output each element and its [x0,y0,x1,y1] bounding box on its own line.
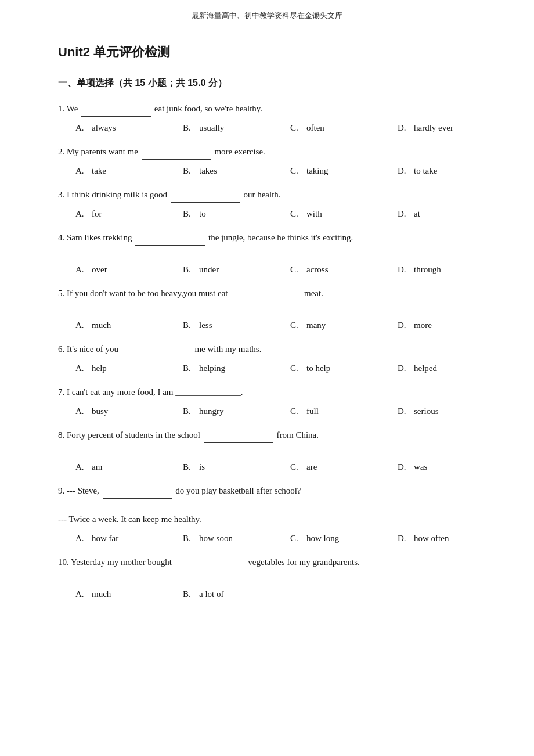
option-6-a: A.help [75,361,183,376]
top-bar-text: 最新海量高中、初中教学资料尽在金锄头文库 [192,11,342,20]
blank-3 [171,192,240,203]
blank-9 [103,488,172,499]
main-content: Unit2 单元评价检测 一、单项选择（共 15 小题；共 15.0 分） 1.… [0,26,534,633]
options-row-7: A.busy B.hungry C.full D.serious [75,404,488,419]
option-4-a: A.over [75,262,183,278]
option-3-c: C.with [290,206,398,222]
blank-10 [175,560,245,570]
option-2-b: B.takes [183,163,290,179]
question-8: 8. Forty percent of students in the scho… [58,427,488,475]
option-9-c: C.how long [290,531,398,546]
option-3-d: D.at [398,206,505,222]
option-10-b: B.a lot of [183,586,398,602]
blank-6 [122,347,192,357]
option-2-d: D.to take [398,163,505,179]
options-row-10: A.much B.a lot of [75,586,488,602]
option-1-b: B.usually [183,120,290,136]
question-1-text: 1. We eat junk food, so we're healthy. [58,101,488,117]
option-4-b: B.under [183,262,290,278]
option-7-b: B.hungry [183,404,290,419]
question-3: 3. I think drinking milk is good our hea… [58,187,488,222]
blank-8 [204,433,273,443]
question-5: 5. If you don't want to be too heavy,you… [58,286,488,333]
options-row-3: A.for B.to C.with D.at [75,206,488,222]
options-row-9: A.how far B.how soon C.how long D.how of… [75,531,488,546]
option-1-a: A.always [75,120,183,136]
option-8-d: D.was [398,459,505,475]
option-6-b: B.helping [183,361,290,376]
question-1: 1. We eat junk food, so we're healthy. A… [58,101,488,136]
option-3-b: B.to [183,206,290,222]
option-5-b: B.less [183,318,290,333]
option-8-b: B.is [183,459,290,475]
option-9-d: D.how often [398,531,505,546]
question-4: 4. Sam likes trekking the jungle, becaus… [58,230,488,278]
option-5-a: A.much [75,318,183,333]
section1-title: 一、单项选择（共 15 小题；共 15.0 分） [58,77,488,89]
blank-5 [231,291,301,301]
options-row-2: A.take B.takes C.taking D.to take [75,163,488,179]
option-9-a: A.how far [75,531,183,546]
question-7-text: 7. I can't eat any more food, I am _____… [58,384,488,400]
question-6: 6. It's nice of you me with my maths. A.… [58,341,488,376]
question-10: 10. Yesterday my mother bought vegetable… [58,555,488,602]
question-2-text: 2. My parents want me more exercise. [58,144,488,160]
option-1-d: D.hardly ever [398,120,505,136]
option-7-d: D.serious [398,404,505,419]
option-2-c: C.taking [290,163,398,179]
options-row-1: A.always B.usually C.often D.hardly ever [75,120,488,136]
option-5-d: D.more [398,318,505,333]
option-4-c: C.across [290,262,398,278]
question-5-text: 5. If you don't want to be too heavy,you… [58,286,488,301]
question-3-text: 3. I think drinking milk is good our hea… [58,187,488,203]
top-bar: 最新海量高中、初中教学资料尽在金锄头文库 [0,0,534,26]
option-6-d: D.helped [398,361,505,376]
options-row-4: A.over B.under C.across D.through [75,262,488,278]
options-row-8: A.am B.is C.are D.was [75,459,488,475]
doc-title: Unit2 单元评价检测 [58,44,488,61]
option-7-a: A.busy [75,404,183,419]
option-3-a: A.for [75,206,183,222]
option-10-a: A.much [75,586,183,602]
question-4-text: 4. Sam likes trekking the jungle, becaus… [58,230,488,246]
blank-1 [81,106,151,117]
question-9-text1: 9. --- Steve, do you play basketball aft… [58,483,488,499]
option-8-a: A.am [75,459,183,475]
options-row-5: A.much B.less C.many D.more [75,318,488,333]
question-9-text2: --- Twice a week. It can keep me healthy… [58,512,488,527]
question-7: 7. I can't eat any more food, I am _____… [58,384,488,419]
options-row-6: A.help B.helping C.to help D.helped [75,361,488,376]
option-9-b: B.how soon [183,531,290,546]
blank-4 [135,235,205,246]
option-6-c: C.to help [290,361,398,376]
blank-2 [142,149,211,160]
option-2-a: A.take [75,163,183,179]
question-2: 2. My parents want me more exercise. A.t… [58,144,488,179]
question-8-text: 8. Forty percent of students in the scho… [58,427,488,443]
option-1-c: C.often [290,120,398,136]
option-4-d: D.through [398,262,505,278]
option-7-c: C.full [290,404,398,419]
option-5-c: C.many [290,318,398,333]
option-8-c: C.are [290,459,398,475]
question-6-text: 6. It's nice of you me with my maths. [58,341,488,357]
question-9: 9. --- Steve, do you play basketball aft… [58,483,488,546]
question-10-text: 10. Yesterday my mother bought vegetable… [58,555,488,570]
